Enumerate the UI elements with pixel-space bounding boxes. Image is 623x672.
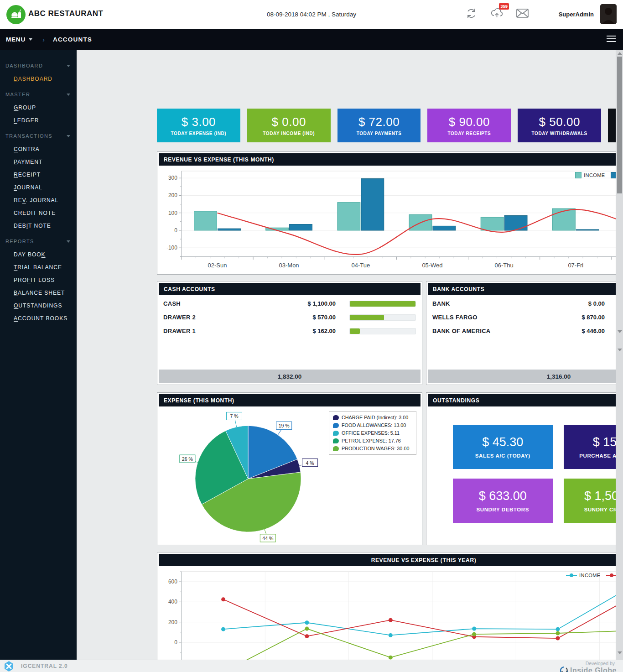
sidebar-item-journal[interactable]: JOURNAL bbox=[0, 181, 77, 194]
stat-card-today-payments[interactable]: $ 72.00TODAY PAYMENTS bbox=[337, 109, 421, 142]
svg-text:07-Fri: 07-Fri bbox=[568, 262, 583, 269]
avatar[interactable] bbox=[600, 4, 617, 24]
outstanding-label: SALES A/C (TODAY) bbox=[475, 453, 530, 458]
scrollbar[interactable] bbox=[616, 50, 623, 660]
header-icons: 359 bbox=[464, 6, 529, 20]
sidebar-item-profit-loss[interactable]: PROFIT LOSS bbox=[0, 274, 77, 287]
breadcrumb: ACCOUNTS bbox=[53, 36, 92, 43]
stat-card-today-withdrawals[interactable]: $ 50.00TODAY WITHDRAWALS bbox=[518, 109, 601, 142]
sidebar: DASHBOARDDASHBOARDMASTERGROUPLEDGERTRANS… bbox=[0, 50, 77, 660]
scroll-down-icon[interactable] bbox=[618, 651, 622, 654]
pie-legend-item[interactable]: OFFICE EXPENSES: 5.11 bbox=[333, 430, 412, 436]
stat-card-today-receipts[interactable]: $ 90.00TODAY RECEIPTS bbox=[427, 109, 511, 142]
account-row-drawer-1: DRAWER 1$ 162.00 bbox=[163, 324, 416, 338]
sidebar-item-receipt[interactable]: RECEIPT bbox=[0, 168, 77, 181]
sidebar-item-contra[interactable]: CONTRA bbox=[0, 143, 77, 156]
sidebar-section-reports[interactable]: REPORTS bbox=[0, 232, 77, 248]
pie-legend-item[interactable]: PRODUCTION WAGES: 30.00 bbox=[333, 446, 412, 451]
scroll-down-icon[interactable] bbox=[618, 349, 622, 351]
scroll-down-icon[interactable] bbox=[618, 330, 622, 333]
chevron-down-icon bbox=[67, 135, 70, 137]
stat-value: $ 72.00 bbox=[358, 115, 400, 129]
chevron-down-icon bbox=[29, 38, 32, 41]
sidebar-item-payment[interactable]: PAYMENT bbox=[0, 156, 77, 168]
svg-text:0: 0 bbox=[174, 227, 177, 234]
stat-value: $ 0.00 bbox=[272, 115, 306, 129]
svg-text:4 %: 4 % bbox=[306, 460, 314, 466]
svg-text:-100: -100 bbox=[166, 245, 177, 251]
user-name[interactable]: SuperAdmin bbox=[559, 11, 594, 18]
outstanding-value: $ 633.00 bbox=[479, 489, 527, 503]
bank-accounts-list: BANK$ 0.00WELLS FARGO$ 870.00BANK OF AME… bbox=[428, 295, 623, 368]
svg-text:44 %: 44 % bbox=[262, 536, 273, 541]
svg-text:200: 200 bbox=[168, 619, 177, 625]
legend-income[interactable]: INCOME bbox=[566, 573, 600, 578]
scrollbar-thumb[interactable] bbox=[617, 57, 622, 193]
account-row-drawer-2: DRAWER 2$ 570.00 bbox=[163, 310, 416, 324]
stat-value: $ 50.00 bbox=[539, 115, 580, 129]
app-header: ABC RESTAURANT 08-09-2018 04:02 PM , Sat… bbox=[0, 0, 623, 29]
year-chart: -2000200400600AprilMayJuneJulyAugustSept… bbox=[159, 566, 623, 672]
outstanding-card-sundry-debtors[interactable]: $ 633.00SUNDRY DEBTORS bbox=[453, 479, 553, 523]
bank-total: 1,316.00 bbox=[428, 370, 623, 383]
stat-cards-row: $ 3.00TODAY EXPENSE (IND)$ 0.00TODAY INC… bbox=[157, 109, 623, 142]
stat-card-today-expense-ind[interactable]: $ 3.00TODAY EXPENSE (IND) bbox=[157, 109, 240, 142]
sidebar-item-debit-note[interactable]: DEBIT NOTE bbox=[0, 219, 77, 232]
panel-title: REVENUE VS EXPENSE (THIS MONTH) bbox=[159, 153, 623, 166]
app-footer: IGCENTRAL 2.0 Developed by Inside Globe bbox=[0, 660, 623, 672]
outstanding-card-purchase-a-c-today[interactable]: $ 15.00PURCHASE A/C (TODAY) bbox=[564, 425, 623, 469]
panel-title: OUTSTANDINGS bbox=[428, 394, 623, 406]
hamburger-menu-icon[interactable] bbox=[607, 36, 616, 44]
svg-text:0: 0 bbox=[174, 639, 177, 646]
stat-value: $ 3.00 bbox=[182, 115, 216, 129]
sidebar-item-credit-note[interactable]: CREDIT NOTE bbox=[0, 207, 77, 219]
sidebar-item-ledger[interactable]: LEDGER bbox=[0, 114, 77, 127]
svg-text:300: 300 bbox=[168, 175, 177, 181]
legend-income[interactable]: INCOME bbox=[575, 172, 605, 178]
account-row-bank: BANK$ 0.00 bbox=[432, 297, 623, 310]
outstanding-value: $ 45.30 bbox=[482, 435, 523, 449]
svg-text:05-Wed: 05-Wed bbox=[422, 262, 442, 269]
balance-bar bbox=[349, 314, 416, 321]
pie-legend-item[interactable]: CHARGE PAID (Indirect): 3.00 bbox=[333, 415, 412, 420]
bank-accounts-panel: BANK ACCOUNTS BANK$ 0.00WELLS FARGO$ 870… bbox=[426, 281, 623, 385]
account-amount: $ 446.00 bbox=[581, 328, 605, 334]
sidebar-item-trial-balance[interactable]: TRIAL BALANCE bbox=[0, 261, 77, 274]
pie-legend-item[interactable]: FOOD ALLOWANCES: 13.00 bbox=[333, 422, 412, 428]
sidebar-item-rev-journal[interactable]: REV. JOURNAL bbox=[0, 194, 77, 207]
sidebar-item-account-books[interactable]: ACCOUNT BOOKS bbox=[0, 312, 77, 325]
sidebar-item-outstandings[interactable]: OUTSTANDINGS bbox=[0, 299, 77, 312]
developer-credit[interactable]: Developed by Inside Globe bbox=[560, 660, 617, 672]
sidebar-item-day-book[interactable]: DAY BOOK bbox=[0, 248, 77, 261]
menu-button[interactable]: MENU bbox=[6, 36, 32, 43]
sidebar-section-master[interactable]: MASTER bbox=[0, 85, 77, 101]
mail-icon[interactable] bbox=[515, 6, 529, 20]
pie-legend-item[interactable]: PETROL EXPENSE: 17.76 bbox=[333, 438, 412, 443]
inside-globe-logo-icon bbox=[560, 667, 568, 672]
sidebar-section-transactions[interactable]: TRANSACTIONS bbox=[0, 127, 77, 143]
stat-label: TODAY RECEIPTS bbox=[447, 131, 491, 136]
refresh-icon[interactable] bbox=[464, 6, 478, 20]
chevron-down-icon bbox=[67, 94, 70, 96]
svg-text:26 %: 26 % bbox=[182, 456, 193, 462]
outstanding-card-sales-a-c-today[interactable]: $ 45.30SALES A/C (TODAY) bbox=[453, 425, 553, 469]
stat-label: TODAY PAYMENTS bbox=[357, 131, 402, 136]
notifications-icon[interactable]: 359 bbox=[490, 6, 504, 20]
outstandings-panel: OUTSTANDINGS $ 45.30SALES A/C (TODAY)$ 1… bbox=[426, 392, 623, 545]
svg-text:7 %: 7 % bbox=[230, 413, 238, 419]
outstanding-card-sundry-creditors[interactable]: $ 1,500.00SUNDRY CREDITORS bbox=[564, 479, 623, 523]
panel-title: EXPENSE (THIS MONTH) bbox=[159, 394, 421, 406]
stat-card-today-income-ind[interactable]: $ 0.00TODAY INCOME (IND) bbox=[247, 109, 331, 142]
sidebar-section-dashboard[interactable]: DASHBOARD bbox=[0, 57, 77, 73]
svg-text:02-Sun: 02-Sun bbox=[208, 262, 227, 269]
scroll-up-icon[interactable] bbox=[618, 52, 622, 55]
cash-total: 1,832.00 bbox=[159, 370, 421, 383]
sidebar-item-dashboard[interactable]: DASHBOARD bbox=[0, 73, 77, 85]
account-name: WELLS FARGO bbox=[432, 314, 568, 321]
chevron-down-icon bbox=[67, 240, 70, 243]
cash-accounts-panel: CASH ACCOUNTS CASH$ 1,100.00DRAWER 2$ 57… bbox=[157, 281, 422, 385]
sidebar-item-group[interactable]: GROUP bbox=[0, 101, 77, 114]
svg-text:06-Thu: 06-Thu bbox=[495, 262, 514, 269]
account-amount: $ 162.00 bbox=[312, 328, 336, 334]
sidebar-item-balance-sheet[interactable]: BALANCE SHEET bbox=[0, 287, 77, 299]
